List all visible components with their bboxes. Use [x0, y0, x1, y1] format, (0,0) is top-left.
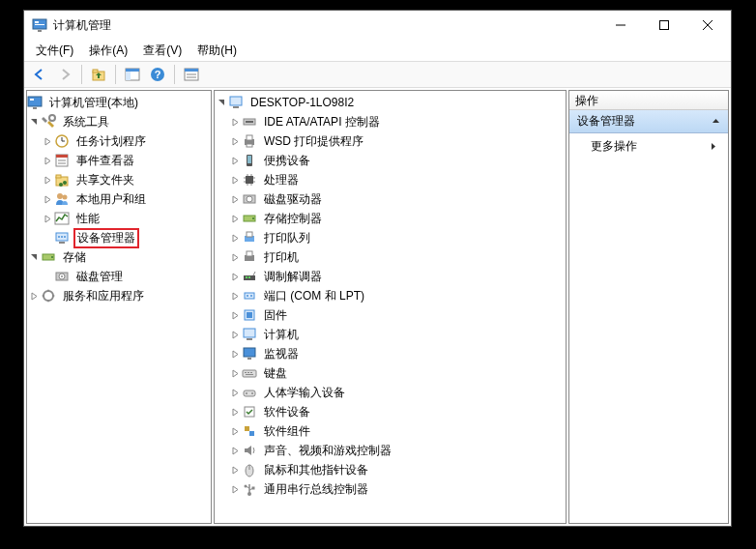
monitor-icon: [242, 346, 257, 361]
computer-icon: [242, 327, 257, 342]
actions-more[interactable]: 更多操作: [569, 133, 728, 159]
device-category[interactable]: 打印机: [215, 247, 566, 267]
expander-closed[interactable]: [228, 289, 242, 303]
svg-rect-83: [244, 329, 255, 337]
expander-closed[interactable]: [228, 424, 242, 438]
menu-action[interactable]: 操作(A): [81, 41, 135, 61]
svg-rect-12: [126, 72, 131, 80]
close-button[interactable]: [685, 12, 729, 39]
device-category[interactable]: 声音、视频和游戏控制器: [215, 441, 566, 460]
device-category[interactable]: WSD 打印提供程序: [215, 131, 566, 151]
device-category[interactable]: 打印队列: [215, 228, 566, 247]
expander-open[interactable]: [215, 96, 228, 109]
expander-closed[interactable]: [41, 134, 54, 148]
expander-closed[interactable]: [228, 115, 242, 129]
tree-item[interactable]: 任务计划程序: [27, 131, 211, 151]
device-category[interactable]: 固件: [215, 305, 566, 325]
left-tree[interactable]: 计算机管理(本地)系统工具任务计划程序事件查看器共享文件夹本地用户和组性能设备管…: [27, 91, 211, 523]
tree-root[interactable]: 计算机管理(本地): [27, 93, 211, 112]
expander-closed[interactable]: [41, 173, 54, 187]
tree-item[interactable]: 设备管理器: [27, 228, 211, 247]
menubar: 文件(F) 操作(A) 查看(V) 帮助(H): [24, 40, 731, 61]
component-icon: [242, 423, 257, 439]
tree-item[interactable]: 性能: [27, 209, 211, 228]
tools-icon: [41, 114, 56, 130]
expander-closed[interactable]: [228, 154, 242, 167]
device-category[interactable]: 监视器: [215, 344, 566, 363]
forward-button[interactable]: [53, 63, 76, 86]
expander-closed[interactable]: [228, 192, 242, 206]
device-category[interactable]: 通用串行总线控制器: [215, 479, 566, 499]
content-panes: 计算机管理(本地)系统工具任务计划程序事件查看器共享文件夹本地用户和组性能设备管…: [24, 88, 731, 526]
expander-open[interactable]: [27, 250, 41, 264]
expander-closed[interactable]: [27, 289, 41, 303]
device-category[interactable]: 软件组件: [215, 421, 566, 441]
device-category[interactable]: 端口 (COM 和 LPT): [215, 286, 566, 305]
device-category[interactable]: 键盘: [215, 363, 566, 383]
expander-closed[interactable]: [41, 212, 54, 225]
svg-rect-9: [93, 70, 98, 72]
expander-closed[interactable]: [228, 386, 242, 399]
expander-closed[interactable]: [228, 134, 242, 148]
expander-closed[interactable]: [228, 366, 242, 380]
device-category[interactable]: IDE ATA/ATAPI 控制器: [215, 112, 566, 131]
actions-section[interactable]: 设备管理器: [569, 110, 728, 133]
help-button[interactable]: ?: [146, 63, 169, 86]
tree-item[interactable]: 事件查看器: [27, 151, 211, 170]
device-category[interactable]: 磁盘驱动器: [215, 189, 566, 209]
svg-rect-97: [249, 431, 254, 436]
expander-closed[interactable]: [228, 231, 242, 245]
device-category[interactable]: 调制解调器: [215, 267, 566, 286]
device-category[interactable]: 人体学输入设备: [215, 383, 566, 402]
properties-button[interactable]: [180, 63, 203, 86]
svg-rect-31: [56, 175, 61, 178]
expander-closed[interactable]: [228, 482, 242, 496]
tree-group[interactable]: 服务和应用程序: [27, 286, 211, 305]
tree-group[interactable]: 存储: [27, 247, 211, 267]
svg-point-80: [250, 295, 252, 297]
expander-closed[interactable]: [41, 192, 54, 206]
device-root[interactable]: DESKTOP-1LO98I2: [215, 93, 566, 112]
device-category[interactable]: 计算机: [215, 325, 566, 344]
port-icon: [242, 288, 257, 303]
keyboard-icon: [242, 365, 257, 381]
expander-closed[interactable]: [228, 405, 242, 419]
device-mgr-icon: [54, 230, 70, 246]
device-tree[interactable]: DESKTOP-1LO98I2IDE ATA/ATAPI 控制器WSD 打印提供…: [215, 91, 566, 523]
menu-file[interactable]: 文件(F): [28, 41, 81, 61]
storage-icon: [41, 249, 56, 265]
collapse-icon: [712, 117, 720, 126]
show-hide-tree-button[interactable]: [121, 63, 144, 86]
back-button[interactable]: [28, 63, 51, 86]
tree-item[interactable]: 共享文件夹: [27, 170, 211, 189]
expander-closed[interactable]: [228, 347, 242, 361]
maximize-button[interactable]: [642, 12, 685, 39]
tree-group[interactable]: 系统工具: [27, 112, 211, 131]
up-button[interactable]: [87, 63, 110, 86]
actions-section-label: 设备管理器: [577, 113, 635, 130]
menu-help[interactable]: 帮助(H): [189, 41, 245, 61]
tree-item[interactable]: 本地用户和组: [27, 189, 211, 209]
expander-closed[interactable]: [228, 444, 242, 457]
device-category[interactable]: 存储控制器: [215, 209, 566, 228]
actions-pane: 操作 设备管理器 更多操作: [568, 90, 729, 524]
device-category[interactable]: 软件设备: [215, 402, 566, 421]
expander-closed[interactable]: [228, 270, 242, 283]
device-category[interactable]: 便携设备: [215, 151, 566, 170]
expander-closed[interactable]: [228, 173, 242, 187]
expander-closed[interactable]: [228, 308, 242, 322]
expander-closed[interactable]: [228, 250, 242, 264]
expander-closed[interactable]: [228, 463, 242, 477]
device-category[interactable]: 鼠标和其他指针设备: [215, 460, 566, 479]
svg-text:?: ?: [155, 69, 161, 80]
tree-item[interactable]: 磁盘管理: [27, 267, 211, 286]
expander-closed[interactable]: [228, 328, 242, 341]
device-category[interactable]: 处理器: [215, 170, 566, 189]
expander-closed[interactable]: [228, 212, 242, 225]
expander-open[interactable]: [27, 115, 41, 129]
menu-view[interactable]: 查看(V): [135, 41, 189, 61]
expander-closed[interactable]: [41, 154, 54, 167]
minimize-button[interactable]: [598, 12, 642, 39]
svg-rect-21: [33, 107, 37, 109]
services-icon: [41, 288, 56, 303]
